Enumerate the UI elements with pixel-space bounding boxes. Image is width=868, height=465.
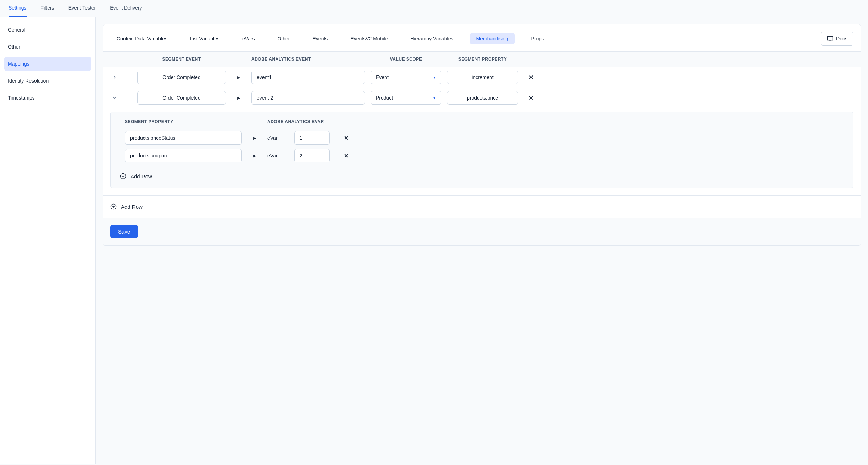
th-value-scope: VALUE SCOPE — [371, 57, 441, 62]
th-segment-property: SEGMENT PROPERTY — [447, 57, 518, 62]
tab-event-tester[interactable]: Event Tester — [68, 0, 96, 17]
th-segment-event: SEGMENT EVENT — [137, 57, 226, 62]
evar-number-input[interactable] — [294, 131, 330, 145]
th-adobe-evar: ADOBE ANALYTICS EVAR — [267, 119, 367, 124]
th-adobe-event: ADOBE ANALYTICS EVENT — [251, 57, 365, 62]
tab-filters[interactable]: Filters — [41, 0, 54, 17]
book-icon — [827, 35, 833, 42]
delete-evar-button[interactable]: ✕ — [335, 135, 357, 141]
caret-down-icon: ▼ — [433, 96, 436, 100]
docs-button[interactable]: Docs — [821, 32, 853, 46]
table-header: SEGMENT EVENT ADOBE ANALYTICS EVENT VALU… — [103, 51, 861, 67]
expanded-evar-panel: SEGMENT PROPERTY ADOBE ANALYTICS EVAR ▶ … — [110, 112, 853, 188]
segment-property-input[interactable] — [125, 131, 242, 145]
pill-other[interactable]: Other — [271, 33, 296, 44]
pill-evars[interactable]: eVars — [236, 33, 261, 44]
sidebar-item-other[interactable]: Other — [4, 40, 91, 54]
delete-row-button[interactable]: ✕ — [524, 74, 538, 81]
evar-row: ▶ eVar ✕ — [111, 129, 853, 147]
top-tabs: Settings Filters Event Tester Event Deli… — [0, 0, 868, 17]
segment-event-input[interactable] — [137, 71, 226, 84]
add-evar-row-button[interactable]: Add Row — [120, 168, 844, 184]
evar-label: eVar — [267, 153, 289, 158]
arrow-right-icon: ▶ — [247, 136, 262, 140]
sidebar: General Other Mappings Identity Resoluti… — [0, 17, 96, 464]
sidebar-item-identity-resolution[interactable]: Identity Resolution — [4, 74, 91, 88]
arrow-right-icon: ▶ — [247, 153, 262, 158]
add-mapping-row-button[interactable]: Add Row — [103, 195, 861, 218]
segment-property-input[interactable] — [447, 71, 518, 84]
pill-events[interactable]: Events — [306, 33, 334, 44]
mapping-row: ▶ Product ▼ ✕ — [103, 88, 861, 108]
th-segment-property: SEGMENT PROPERTY — [125, 119, 242, 124]
adobe-event-input[interactable] — [251, 71, 365, 84]
caret-down-icon: ▼ — [433, 75, 436, 79]
adobe-event-input[interactable] — [251, 91, 365, 105]
evar-label: eVar — [267, 135, 289, 141]
plus-circle-icon — [110, 203, 117, 210]
chevron-right-icon — [112, 75, 117, 79]
chevron-down-icon — [112, 96, 117, 100]
save-button[interactable]: Save — [110, 225, 138, 238]
evar-number-input[interactable] — [294, 149, 330, 162]
docs-button-label: Docs — [836, 36, 847, 41]
evar-row: ▶ eVar ✕ — [111, 147, 853, 164]
add-row-label: Add Row — [121, 204, 143, 210]
delete-row-button[interactable]: ✕ — [524, 95, 538, 101]
pill-merchandising[interactable]: Merchandising — [470, 33, 515, 44]
pill-eventsv2-mobile[interactable]: EventsV2 Mobile — [344, 33, 394, 44]
expand-toggle[interactable] — [110, 73, 119, 82]
save-bar: Save — [103, 218, 861, 245]
pill-list-variables[interactable]: List Variables — [184, 33, 226, 44]
segment-event-input[interactable] — [137, 91, 226, 105]
value-scope-select[interactable]: Event ▼ — [371, 71, 441, 84]
value-scope-value: Event — [376, 74, 389, 80]
tab-settings[interactable]: Settings — [9, 0, 27, 17]
pill-tabs: Context Data Variables List Variables eV… — [103, 24, 861, 51]
segment-property-input[interactable] — [447, 91, 518, 105]
pill-hierarchy-variables[interactable]: Hierarchy Variables — [404, 33, 460, 44]
segment-property-input[interactable] — [125, 149, 242, 162]
value-scope-select[interactable]: Product ▼ — [371, 91, 441, 105]
mappings-panel: Context Data Variables List Variables eV… — [103, 24, 861, 246]
arrow-right-icon: ▶ — [232, 75, 246, 80]
arrow-right-icon: ▶ — [232, 96, 246, 100]
plus-circle-icon — [120, 173, 126, 179]
sidebar-item-timestamps[interactable]: Timestamps — [4, 91, 91, 105]
sidebar-item-general[interactable]: General — [4, 23, 91, 37]
pill-props[interactable]: Props — [525, 33, 551, 44]
delete-evar-button[interactable]: ✕ — [335, 152, 357, 159]
expand-toggle[interactable] — [110, 94, 119, 102]
add-row-label: Add Row — [130, 173, 152, 179]
sidebar-item-mappings[interactable]: Mappings — [4, 57, 91, 71]
expanded-header: SEGMENT PROPERTY ADOBE ANALYTICS EVAR — [111, 112, 853, 129]
mapping-row: ▶ Event ▼ ✕ — [103, 67, 861, 88]
pill-context-data-variables[interactable]: Context Data Variables — [110, 33, 174, 44]
value-scope-value: Product — [376, 95, 393, 101]
tab-event-delivery[interactable]: Event Delivery — [110, 0, 142, 17]
